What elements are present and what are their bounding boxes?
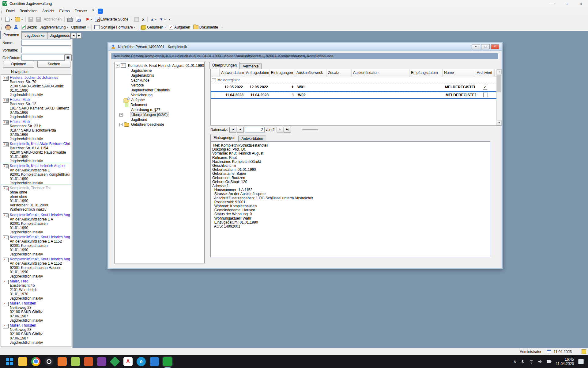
tree-item[interactable]: Dokument <box>115 102 204 107</box>
person-list-item[interactable]: ! Hesters, Jochen Jo Johannes Bautzner S… <box>1 75 71 97</box>
person-list-item[interactable]: ! KomplettnikStrukt, Knut Heinrich Augu … <box>1 212 71 234</box>
taskbar-app-icon[interactable] <box>84 357 93 366</box>
toolbar-overflow-button[interactable]: ▾ <box>220 25 224 29</box>
person-list-item[interactable]: ! Hübler, Maik Kamenzer Str. 23 b01877 S… <box>1 119 71 141</box>
person-button[interactable] <box>13 24 19 30</box>
person-search-button[interactable] <box>4 24 12 31</box>
bezirk-button[interactable]: Bezirk <box>20 24 38 30</box>
minimize-button[interactable]: — <box>546 0 560 7</box>
tree-item[interactable]: Aufgabe <box>115 98 204 102</box>
table-row[interactable]: 12.05.2022 12.05.2022 1 W01 MELDEREGISTE… <box>211 83 502 91</box>
column-empfangsdatum[interactable]: Empfangsdatum <box>409 69 443 77</box>
taskbar-app-icon[interactable] <box>58 357 67 366</box>
sonstige-formulare-button[interactable]: Sonstige Formulare▾ <box>93 24 137 30</box>
print-preview-button[interactable] <box>74 16 81 23</box>
tab-antwortdaten[interactable]: Antwortdaten <box>238 136 266 141</box>
abbrechen-button[interactable]: Abbrechen <box>43 16 63 22</box>
name-input[interactable] <box>21 40 71 46</box>
group-collapse-icon[interactable]: − <box>212 78 216 82</box>
person-list-item[interactable]: ! Hübler, Maik Bautzner Str. 121917 SAKD… <box>1 97 71 119</box>
close-button[interactable]: ✕ <box>574 0 588 7</box>
suchen-button[interactable]: Suchen <box>37 61 70 68</box>
table-group-row[interactable]: − Melderegister <box>211 77 502 83</box>
scroll-down-icon[interactable]: ▼ <box>497 121 502 125</box>
flag-button[interactable]: ⚑▾ <box>85 17 93 22</box>
optionen-button[interactable]: Optionen <box>3 61 34 68</box>
menu-item[interactable]: Bearbeiten <box>17 7 40 15</box>
tab-scroll-left-button[interactable]: ◀ <box>71 33 76 39</box>
tree-item[interactable]: + Überprüfungen (0/2/0) <box>115 112 204 117</box>
optionen-menu-button[interactable]: Optionen▾ <box>70 24 90 30</box>
entry-details-panel[interactable]: Titel: KomplettnikStruktBestandteilDokto… <box>210 141 490 257</box>
new-button[interactable]: ▾ <box>4 16 13 23</box>
column-eintragungen[interactable]: Eintragungen <box>270 69 295 77</box>
microphone-icon[interactable] <box>521 359 525 364</box>
gebdatum-input[interactable] <box>21 55 64 61</box>
tree-item[interactable]: Anordnung n. §27 <box>115 107 204 112</box>
gebuehren-button[interactable]: Gebühren▾ <box>140 24 167 30</box>
save-button[interactable] <box>27 16 34 23</box>
person-list-item[interactable]: ! Komplettnik, Knut Heinrich August An d… <box>1 163 71 185</box>
tab-eintragungen[interactable]: Eintragungen <box>210 134 238 141</box>
column-auskunftszweck[interactable]: Auskunftszweck <box>295 69 326 77</box>
taskbar-app-icon[interactable] <box>110 356 120 367</box>
scroll-up-icon[interactable]: ▲ <box>497 69 502 74</box>
person-list-item[interactable]: ! Maier, Fred Existiernicht 4b2101 Wunde… <box>1 278 71 300</box>
toolbar-overflow-button[interactable]: ▾ <box>168 17 172 22</box>
tray-chevron-up-icon[interactable]: ∧ <box>513 359 516 364</box>
open-button[interactable]: ▾ <box>14 17 24 22</box>
vorname-input[interactable] <box>21 47 71 53</box>
table-scrollbar[interactable]: ▲ ▼ <box>496 69 502 125</box>
tree-item[interactable]: Verbote <box>115 83 204 88</box>
last-record-button[interactable]: ▶| <box>284 127 291 133</box>
tree-collapse-icon[interactable]: − <box>116 64 119 67</box>
tree-item[interactable]: Jagderlaubnis <box>115 73 204 78</box>
taskbar-app-icon[interactable] <box>18 357 27 366</box>
first-record-button[interactable]: |◀ <box>229 127 236 133</box>
taskbar-app-icon[interactable] <box>31 357 40 366</box>
column-anfragedatum[interactable]: Anfragedatum <box>244 69 270 77</box>
column-archiviert[interactable]: Archiviert <box>475 69 495 77</box>
previous-record-button[interactable]: ◀ <box>237 127 244 133</box>
column-auskunftsdaten[interactable]: Auskunftsdaten <box>352 69 409 77</box>
tab-jagdgenossen[interactable]: Jagdgenossen <box>47 32 70 39</box>
save-all-button[interactable] <box>35 16 42 23</box>
notification-center-icon[interactable] <box>578 359 584 364</box>
taskbar-clock[interactable]: 16:45 11.04.2023 <box>556 357 574 366</box>
menu-item[interactable]: ? <box>89 7 96 15</box>
tree-expand-icon[interactable]: + <box>119 123 123 126</box>
tab-personen[interactable]: Personen <box>1 31 22 39</box>
person-list-item[interactable]: ! KomplettnikStrukt, Knut Heinrich Augu … <box>1 256 71 278</box>
column-antwortdatum[interactable]: Antwortdatum <box>220 69 244 77</box>
column-blank[interactable] <box>211 69 220 77</box>
tree-item[interactable]: Jagdhund <box>115 117 204 122</box>
taskbar-app-icon[interactable] <box>44 357 54 366</box>
next-record-button[interactable]: ▶ <box>277 127 284 133</box>
tree-root-item[interactable]: − Komplettnik, Knut Heinrich August, 01.… <box>115 63 204 68</box>
record-slider[interactable] <box>302 129 318 130</box>
child-close-button[interactable]: × <box>491 44 499 49</box>
scrollbar-thumb[interactable] <box>497 75 501 92</box>
toolbar-grip[interactable] <box>1 9 2 14</box>
menu-item[interactable]: Extras <box>57 7 72 15</box>
person-list-item[interactable]: ! Müller, Thorsten Neißeweg 2302100 SAKD… <box>1 322 71 344</box>
person-list-item[interactable]: ! Komplettnik, Theodor Tot ohne ohneohne… <box>1 185 71 212</box>
record-position-input[interactable]: 2 <box>245 127 265 132</box>
maximize-button[interactable]: □ <box>560 0 574 7</box>
toolbar-grip[interactable] <box>1 17 2 22</box>
delete-button[interactable]: × <box>141 16 146 23</box>
person-list-item[interactable]: ! Müller, Thorsten Neißeweg 2302100 SAKD… <box>1 300 71 322</box>
taskbar-app-icon[interactable] <box>150 357 159 366</box>
person-window-titlebar[interactable]: Natürliche Person 14992001 - Komplettnik… <box>108 43 502 51</box>
move-down-button[interactable]: ▼▾ <box>158 17 167 22</box>
tree-expand-icon[interactable]: + <box>119 113 123 117</box>
tab-ueberpruefungen[interactable]: Überprüfungen <box>209 62 240 69</box>
toolbar-grip[interactable] <box>1 25 2 30</box>
print-button[interactable] <box>66 16 74 23</box>
tab-vermerke[interactable]: Vermerke <box>240 63 262 69</box>
move-up-button[interactable]: ▲▾ <box>149 17 158 22</box>
taskbar-app-icon[interactable] <box>71 357 80 366</box>
tree-item[interactable]: Versicherung <box>115 93 204 98</box>
taskbar-app-icon[interactable]: A <box>123 357 133 366</box>
dokumente-button[interactable]: Dokumente <box>192 24 219 30</box>
